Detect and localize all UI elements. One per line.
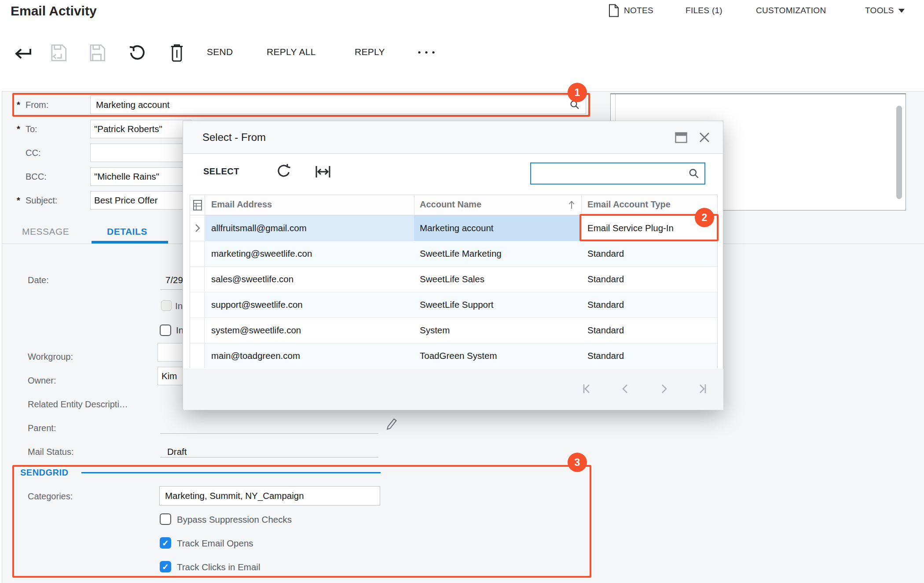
track-opens-label: Track Email Opens [177,538,253,549]
cell-account[interactable]: System [414,317,581,343]
mail-status-underline [160,457,378,458]
fit-column-width-icon[interactable] [315,165,331,179]
bypass-suppression-label: Bypass Suppression Checks [177,514,292,525]
first-page-icon[interactable] [580,383,593,395]
save-and-close-button[interactable] [49,44,67,62]
cc-input[interactable] [90,144,191,162]
selected-row-chevron-icon [194,224,201,232]
grid-settings-icon[interactable] [193,200,202,210]
table-row[interactable]: marketing@sweetlife.con SweetLife Market… [190,241,717,266]
subject-input[interactable] [90,191,191,210]
cell-account[interactable]: Marketing account [414,215,581,241]
cell-email[interactable]: support@sweetlife.con [205,292,414,317]
tab-details[interactable]: DETAILS [107,226,147,237]
workgroup-label: Workgroup: [28,352,73,362]
cell-email[interactable]: allfruitsmall@gmail.com [205,215,414,241]
bcc-input[interactable] [90,167,191,186]
notes-link[interactable]: NOTES [624,6,653,15]
dialog-footer [183,369,723,410]
reply-all-button[interactable]: REPLY ALL [267,47,316,57]
accounts-table: Email Address Account Name Email Account… [190,195,718,368]
prev-page-icon[interactable] [619,383,631,395]
scrollbar-thumb[interactable] [896,106,902,199]
cell-email[interactable]: marketing@sweetlife.con [205,241,414,266]
track-clicks-label: Track Clicks in Email [177,562,260,572]
cell-account[interactable]: SweetLife Marketing [414,241,581,266]
cell-type[interactable]: Standard [581,343,717,368]
next-page-icon[interactable] [658,383,670,395]
more-actions-button[interactable] [416,49,436,55]
back-button[interactable] [12,45,33,63]
related-entity-label: Related Entity Descripti… [28,399,128,410]
email-activity-screen: Email Activity NOTES FILES (1) CUSTOMIZA… [0,0,924,583]
sendgrid-section-line [81,472,381,473]
dialog-search-input[interactable] [530,162,705,184]
reply-button[interactable]: REPLY [355,47,385,57]
table-row[interactable]: system@sweetlife.con System Standard [190,317,717,343]
owner-label: Owner: [28,376,56,386]
categories-input[interactable] [159,486,380,506]
cell-email[interactable]: main@toadgreen.com [205,343,414,368]
table-header-row: Email Address Account Name Email Account… [190,195,717,215]
select-from-dialog: Select - From SELECT [183,121,723,410]
date-value[interactable]: 7/29 [165,275,183,285]
date-label: Date: [28,275,49,285]
chevron-down-icon[interactable] [898,9,905,13]
tab-message[interactable]: MESSAGE [22,226,69,237]
maximize-icon[interactable] [675,132,687,143]
dialog-search-icon[interactable] [688,168,700,179]
table-row[interactable]: main@toadgreen.com ToadGreen System Stan… [190,343,717,368]
required-marker: * [17,196,20,206]
checkbox-disabled [161,300,172,311]
categories-label: Categories: [28,491,73,502]
col-header-type[interactable]: Email Account Type [587,199,671,210]
dialog-header[interactable]: Select - From [183,121,723,154]
from-input[interactable] [90,96,586,114]
last-page-icon[interactable] [697,383,709,395]
cell-account[interactable]: ToadGreen System [414,343,581,368]
cell-type[interactable]: Standard [581,292,717,317]
cell-type[interactable]: Standard [581,241,717,266]
save-button[interactable] [88,44,106,62]
send-button[interactable]: SEND [207,47,233,57]
table-row[interactable]: sales@sweetlife.con SweetLife Sales Stan… [190,266,717,292]
to-input[interactable] [90,120,191,138]
track-opens-checkbox[interactable]: ✓ [160,537,171,549]
refresh-icon[interactable] [276,163,291,179]
cc-label: CC: [26,148,40,158]
undo-button[interactable] [128,44,145,62]
close-icon[interactable] [699,132,710,143]
cell-account[interactable]: SweetLife Support [414,292,581,317]
customization-link[interactable]: CUSTOMIZATION [756,6,826,15]
row-indicator-cell [190,215,205,241]
annotation-circle-1: 1 [568,83,587,102]
track-clicks-checkbox[interactable]: ✓ [160,561,171,572]
annotation-circle-2: 2 [695,208,714,227]
tools-link[interactable]: TOOLS [865,6,894,15]
parent-label: Parent: [28,423,56,433]
cell-email[interactable]: system@sweetlife.con [205,317,414,343]
annotation-circle-3: 3 [568,453,587,472]
from-label: From: [26,100,48,110]
notes-icon [608,4,620,17]
col-header-email[interactable]: Email Address [211,199,272,210]
checkbox-internal[interactable] [160,325,171,336]
cell-account[interactable]: SweetLife Sales [414,266,581,292]
bypass-suppression-checkbox[interactable] [160,513,171,525]
table-row[interactable]: allfruitsmall@gmail.com Marketing accoun… [190,215,717,241]
page-title: Email Activity [11,4,97,18]
select-button[interactable]: SELECT [203,166,239,177]
table-row[interactable]: support@sweetlife.con SweetLife Support … [190,292,717,317]
delete-button[interactable] [169,44,185,63]
col-header-account[interactable]: Account Name [420,199,481,210]
files-link[interactable]: FILES (1) [686,6,722,15]
edit-pencil-icon[interactable] [385,417,398,431]
parent-underline [160,433,378,434]
cell-type[interactable]: Standard [581,266,717,292]
dialog-title: Select - From [202,131,266,144]
cell-type[interactable]: Standard [581,317,717,343]
bcc-label: BCC: [26,172,47,182]
cell-email[interactable]: sales@sweetlife.con [205,266,414,292]
required-marker: * [17,124,20,134]
required-marker: * [17,100,20,110]
